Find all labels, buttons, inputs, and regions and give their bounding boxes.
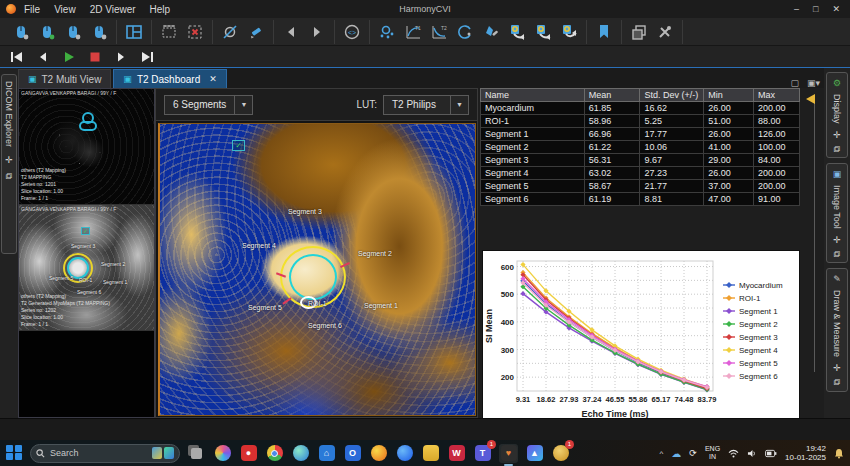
tray-expand-icon[interactable]: ^ — [660, 449, 664, 458]
onedrive-icon[interactable]: ☁ — [671, 448, 681, 459]
table-row[interactable]: Myocardium61.8516.6226.00200.00 — [481, 102, 800, 115]
roi-checkbox-icon[interactable]: ✓ — [232, 140, 245, 151]
table-row[interactable]: Segment 661.198.8147.0091.00 — [481, 193, 800, 206]
pin-icon[interactable]: ✛ — [832, 363, 842, 373]
t1-curve-icon[interactable]: T1 — [401, 21, 425, 43]
column-header[interactable]: Mean — [584, 89, 640, 102]
table-row[interactable]: Segment 356.319.6729.0084.00 — [481, 154, 800, 167]
firefox-app[interactable] — [369, 444, 388, 463]
thumbnail-t2-generated[interactable]: GANGAVVA VENKAPPA BARAGI / 99Y / F ✓ Seg… — [19, 205, 154, 331]
tool-tab-image-tool[interactable]: ▣Image Tool✛⧉ — [826, 163, 848, 263]
start-button[interactable] — [6, 445, 23, 462]
window-level-slider-track[interactable] — [814, 102, 815, 372]
marker-pen-icon[interactable] — [244, 21, 268, 43]
battery-icon[interactable] — [765, 449, 777, 458]
restore-panel-icon[interactable]: ▢ — [790, 78, 799, 88]
menu-view[interactable]: View — [54, 4, 76, 15]
measure-grid-icon[interactable] — [157, 21, 181, 43]
next-frame-button[interactable] — [110, 48, 132, 66]
minimize-button[interactable]: – — [794, 4, 799, 14]
roi-nodes-icon[interactable] — [375, 21, 399, 43]
tools-icon[interactable] — [653, 21, 677, 43]
sync-icon[interactable]: ⟳ — [689, 448, 697, 458]
volume-icon[interactable] — [747, 449, 757, 458]
tool-tab-display[interactable]: ⚙Display✛⧉ — [826, 72, 848, 158]
pin-icon[interactable]: ✛ — [832, 130, 842, 140]
play-button[interactable] — [58, 48, 80, 66]
dicom-explorer-tab[interactable]: DICOM Explorer ✛ ⧉ — [1, 74, 17, 254]
table-row[interactable]: Segment 558.6721.7737.00200.00 — [481, 180, 800, 193]
sync-code-icon[interactable]: <> — [340, 21, 364, 43]
column-header[interactable]: Max — [754, 89, 800, 102]
edge-app[interactable] — [291, 444, 310, 463]
float-icon[interactable]: ⧉ — [832, 251, 842, 257]
cube-view-icon[interactable]: ▣▾ — [807, 78, 820, 88]
table-row[interactable]: Segment 261.2210.0641.00100.00 — [481, 141, 800, 154]
t2-curve-icon[interactable]: T2 — [427, 21, 451, 43]
circular-roi-icon[interactable] — [453, 21, 477, 43]
cube-layers-icon[interactable] — [627, 21, 651, 43]
segments-dropdown[interactable]: 6 Segments ▼ — [164, 95, 253, 115]
window-level-slider-handle[interactable] — [806, 94, 815, 104]
pin-icon[interactable]: ✛ — [4, 155, 14, 165]
menu-2d-viewer[interactable]: 2D Viewer — [90, 4, 136, 15]
column-header[interactable]: Std. Dev (+/-) — [640, 89, 704, 102]
prev-image-icon[interactable] — [279, 21, 303, 43]
wifi-icon[interactable] — [728, 449, 739, 458]
outlook-app[interactable]: O — [343, 444, 362, 463]
skip-start-button[interactable] — [6, 48, 28, 66]
thunderbird-app[interactable] — [395, 444, 414, 463]
thumbnail-t2-mapping[interactable]: GANGAVVA VENKAPPA BARAGI / 99Y / F other… — [19, 89, 154, 205]
pin-icon[interactable]: ✛ — [832, 235, 842, 245]
search-input[interactable]: Search — [30, 444, 180, 463]
forward-roi-icon[interactable] — [557, 21, 581, 43]
copy-roi-icon[interactable] — [531, 21, 555, 43]
taskview-app[interactable] — [187, 444, 206, 463]
stop-button[interactable] — [84, 48, 106, 66]
layout-icon[interactable] — [122, 21, 146, 43]
tool-tab-draw-measure[interactable]: ✎Draw & Measure✛⧉ — [826, 268, 848, 391]
teams-app[interactable]: T — [473, 444, 492, 463]
harmony-app[interactable]: ♥ — [499, 444, 518, 463]
chrome-app[interactable] — [265, 444, 284, 463]
red-app[interactable]: ● — [239, 444, 258, 463]
delete-selection-icon[interactable] — [183, 21, 207, 43]
push-roi-icon[interactable] — [505, 21, 529, 43]
skip-end-button[interactable] — [136, 48, 158, 66]
store-app[interactable]: ⌂ — [317, 444, 336, 463]
mouse-annotate-icon[interactable] — [9, 21, 33, 43]
prev-frame-button[interactable] — [32, 48, 54, 66]
mouse-list-icon[interactable] — [35, 21, 59, 43]
notification-bell-icon[interactable] — [834, 448, 844, 459]
mouse-layers-icon[interactable] — [61, 21, 85, 43]
table-row[interactable]: Segment 166.9617.7726.00126.00 — [481, 128, 800, 141]
float-icon[interactable]: ⧉ — [832, 146, 842, 152]
menu-file[interactable]: File — [24, 4, 40, 15]
language-indicator[interactable]: ENGIN — [705, 445, 720, 461]
table-row[interactable]: Segment 463.0227.2326.00200.00 — [481, 167, 800, 180]
tab-t2-multi-view[interactable]: ▣T2 Multi View — [18, 69, 111, 88]
endocardium-contour[interactable] — [289, 254, 337, 300]
maximize-button[interactable]: □ — [813, 4, 818, 14]
explorer-app[interactable] — [421, 444, 440, 463]
t2-map-image[interactable]: ✓ Segment 3Segment 4Segment 2Segment 5RO… — [158, 123, 476, 416]
w-red-app[interactable]: W — [447, 444, 466, 463]
mouse-pan-icon[interactable] — [87, 21, 111, 43]
hide-overlay-icon[interactable] — [218, 21, 242, 43]
copilot-app[interactable] — [213, 444, 232, 463]
ship-app[interactable] — [551, 444, 570, 463]
float-icon[interactable]: ⧉ — [832, 379, 842, 385]
close-tab-icon[interactable]: ✕ — [209, 74, 217, 84]
table-row[interactable]: ROI-158.965.2551.0088.00 — [481, 115, 800, 128]
lut-dropdown[interactable]: T2 Philips ▼ — [383, 95, 469, 115]
tab-t2-dashboard[interactable]: ▣T2 Dashboard✕ — [113, 69, 226, 88]
next-image-icon[interactable] — [305, 21, 329, 43]
clock[interactable]: 19:4210-01-2025 — [785, 444, 826, 462]
droplet-pen-icon[interactable] — [479, 21, 503, 43]
float-icon[interactable]: ⧉ — [4, 173, 14, 179]
photos-app[interactable]: ▲ — [525, 444, 544, 463]
column-header[interactable]: Min — [704, 89, 754, 102]
bookmark-icon[interactable] — [592, 21, 616, 43]
column-header[interactable]: Name — [481, 89, 585, 102]
menu-help[interactable]: Help — [150, 4, 171, 15]
